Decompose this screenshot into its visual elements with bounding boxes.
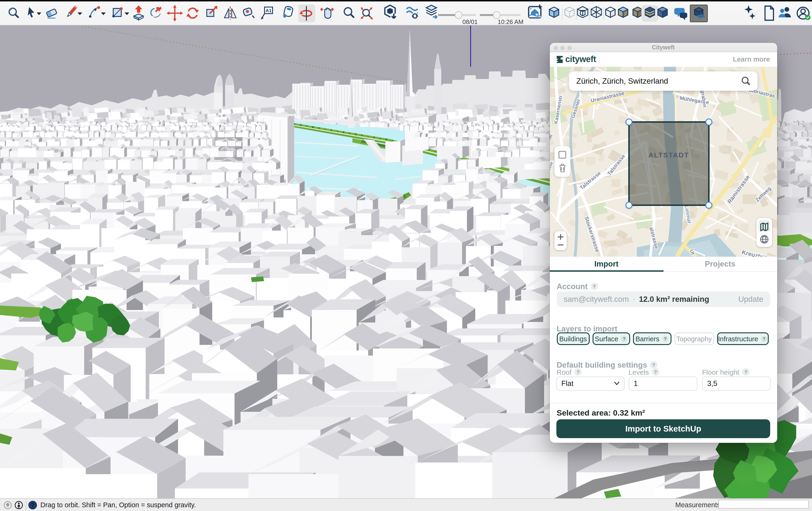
svg-text:A1: A1 [265, 8, 271, 13]
svg-text:?: ? [31, 502, 34, 508]
